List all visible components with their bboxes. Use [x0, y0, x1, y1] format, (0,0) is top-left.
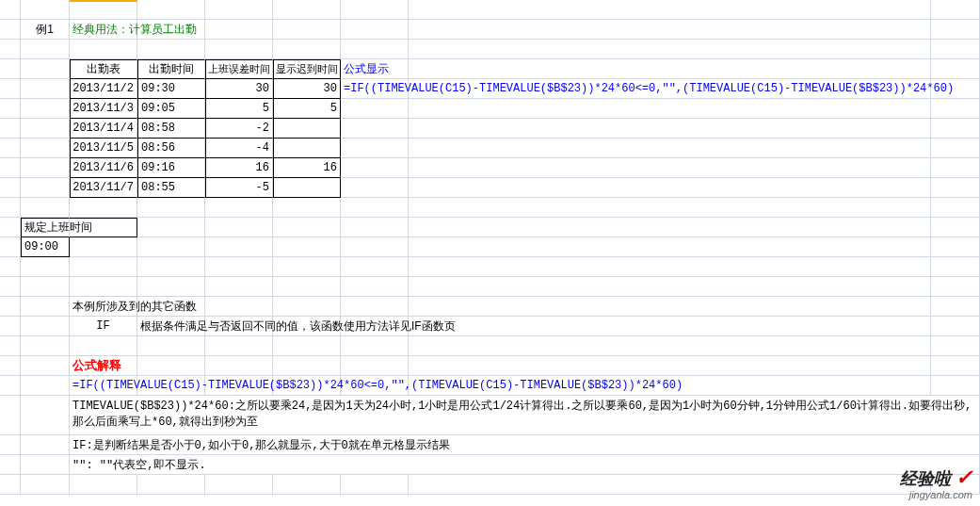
check-icon: ✓: [956, 465, 972, 489]
spreadsheet-grid[interactable]: 例1 经典用法：计算员工出勤 出勤表 出勤时间 上班误差时间 显示迟到时间 公式…: [0, 0, 980, 495]
cell-date[interactable]: 2013/11/7: [70, 178, 137, 198]
th-date: 出勤表: [70, 59, 137, 79]
work-time-value[interactable]: 09:00: [21, 237, 70, 257]
explanation-formula: =IF((TIMEVALUE(C15)-TIMEVALUE($B$23))*24…: [70, 376, 137, 396]
cell-date[interactable]: 2013/11/4: [70, 119, 137, 139]
cell-late[interactable]: [273, 139, 341, 158]
cell-diff[interactable]: -2: [205, 119, 273, 139]
cell-date[interactable]: 2013/11/6: [70, 158, 137, 178]
cell-date[interactable]: 2013/11/3: [70, 99, 137, 119]
example-label: 例1: [21, 20, 70, 40]
cell-time[interactable]: 09:05: [137, 99, 205, 119]
cell-diff[interactable]: 30: [205, 79, 273, 99]
cell-time[interactable]: 08:56: [137, 139, 205, 158]
func-name: IF: [70, 317, 137, 336]
explanation-line3: "": ""代表空,即不显示.: [70, 455, 980, 475]
watermark-brand: 经验啦: [900, 469, 951, 488]
watermark: 经验啦 ✓ jingyanla.com: [900, 466, 972, 500]
work-time-label: 规定上班时间: [21, 218, 70, 237]
func-desc: 根据条件满足与否返回不同的值，该函数使用方法详见IF函数页: [137, 317, 205, 336]
cell-late[interactable]: 5: [273, 99, 341, 119]
cell-time[interactable]: 09:30: [137, 79, 205, 99]
cell-date[interactable]: 2013/11/2: [70, 79, 137, 99]
other-funcs-header: 本例所涉及到的其它函数: [70, 297, 137, 317]
cell-date[interactable]: 2013/11/5: [70, 139, 137, 158]
explanation-header: 公式解释: [70, 356, 137, 376]
cell-diff[interactable]: 5: [205, 99, 273, 119]
cell-diff[interactable]: 16: [205, 158, 273, 178]
th-time: 出勤时间: [137, 59, 205, 79]
cell-late[interactable]: [273, 178, 341, 198]
explanation-line2: IF:是判断结果是否小于0,如小于0,那么就显示,大于0就在单元格显示结果: [70, 435, 980, 455]
cell-time[interactable]: 08:55: [137, 178, 205, 198]
formula-header: 公式显示: [341, 59, 409, 79]
cell-late[interactable]: 30: [273, 79, 341, 99]
th-late: 显示迟到时间: [273, 59, 341, 79]
cell-late[interactable]: 16: [273, 158, 341, 178]
cell-diff[interactable]: -5: [205, 178, 273, 198]
explanation-line1: TIMEVALUE($B$23))*24*60:之所以要乘24,是因为1天为24…: [70, 396, 980, 435]
classic-usage: 经典用法：计算员工出勤: [70, 20, 137, 40]
cell-time[interactable]: 08:58: [137, 119, 205, 139]
cell-late[interactable]: [273, 119, 341, 139]
cell-diff[interactable]: -4: [205, 139, 273, 158]
watermark-domain: jingyanla.com: [900, 489, 972, 500]
formula-display[interactable]: =IF((TIMEVALUE(C15)-TIMEVALUE($B$23))*24…: [341, 79, 409, 99]
th-diff: 上班误差时间: [205, 59, 273, 79]
cell-time[interactable]: 09:16: [137, 158, 205, 178]
